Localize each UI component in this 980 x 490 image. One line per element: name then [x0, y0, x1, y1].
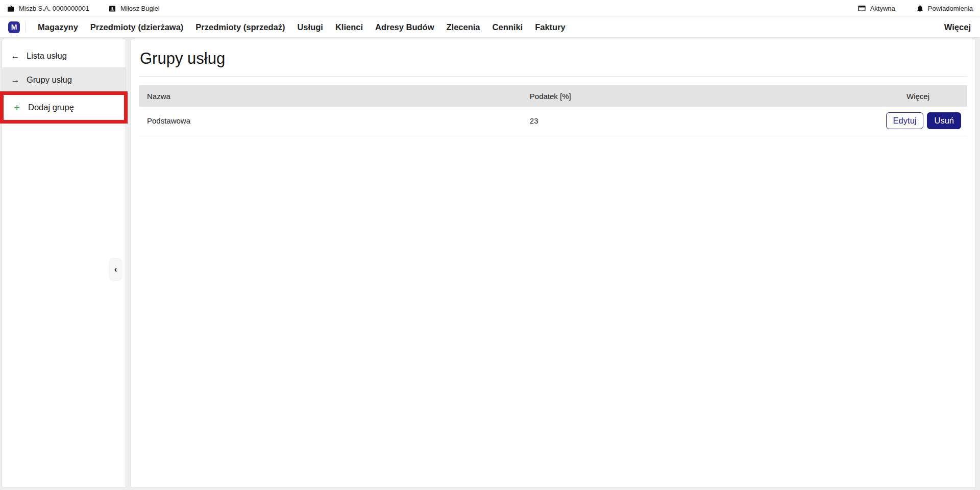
edit-button[interactable]: Edytuj	[886, 112, 924, 129]
notifications-menu[interactable]: Powiadomienia	[917, 5, 973, 12]
topbar-left-group: Miszb S.A. 0000000001 Miłosz Bugiel	[7, 5, 179, 12]
table-header-row: Nazwa Podatek [%] Więcej	[139, 85, 967, 107]
nav-item-zlecenia[interactable]: Zlecenia	[440, 22, 486, 32]
sidebar-collapse-button[interactable]: ‹	[109, 258, 122, 281]
column-header-wiecej: Więcej	[880, 92, 967, 101]
nav-item-cenniki[interactable]: Cenniki	[486, 22, 529, 32]
cell-actions: Edytuj Usuń	[880, 112, 967, 129]
account-badge-icon	[109, 5, 116, 12]
cell-tax-value: 23	[522, 116, 880, 125]
nav-item-faktury[interactable]: Faktury	[529, 22, 572, 32]
red-highlight-annotation: + Dodaj grupę	[0, 91, 128, 124]
top-status-bar: Miszb S.A. 0000000001 Miłosz Bugiel Akty…	[0, 0, 980, 17]
page-title: Grupy usług	[139, 39, 967, 76]
delete-button[interactable]: Usuń	[927, 112, 961, 129]
nav-item-uslugi[interactable]: Usługi	[291, 22, 329, 32]
nav-item-wiecej[interactable]: Więcej	[943, 22, 972, 32]
company-name: Miszb S.A. 0000000001	[19, 5, 89, 12]
nav-divider	[26, 22, 26, 32]
sidebar-current-label: Grupy usług	[27, 75, 72, 85]
nav-item-przedmioty-sprzedaz[interactable]: Przedmioty (sprzedaż)	[189, 22, 291, 32]
subscription-card-icon	[858, 5, 866, 12]
company-switcher[interactable]: Miszb S.A. 0000000001	[7, 5, 89, 12]
user-menu[interactable]: Miłosz Bugiel	[109, 5, 160, 12]
arrow-right-icon: →	[11, 76, 20, 84]
sidebar-item-dodaj-grupe[interactable]: + Dodaj grupę	[4, 95, 124, 120]
nav-item-przedmioty-dzierzawa[interactable]: Przedmioty (dzierżawa)	[84, 22, 189, 32]
subscription-label: Aktywna	[870, 5, 895, 12]
service-groups-table: Nazwa Podatek [%] Więcej Podstawowa 23 E…	[139, 85, 967, 135]
bell-icon	[917, 5, 923, 12]
table-row: Podstawowa 23 Edytuj Usuń	[139, 107, 967, 135]
plus-icon: +	[12, 103, 21, 113]
app-logo[interactable]: M	[8, 21, 20, 33]
chevron-left-icon: ‹	[114, 264, 117, 275]
user-name: Miłosz Bugiel	[120, 5, 160, 12]
subscription-status[interactable]: Aktywna	[858, 5, 895, 12]
title-divider	[139, 76, 967, 77]
cell-group-name: Podstawowa	[139, 116, 522, 125]
main-content: Grupy usług Nazwa Podatek [%] Więcej Pod…	[130, 39, 976, 488]
topbar-right-group: Aktywna Powiadomienia	[837, 5, 973, 12]
nav-item-magazyny[interactable]: Magazyny	[32, 22, 84, 32]
main-navbar: M Magazyny Przedmioty (dzierżawa) Przedm…	[0, 17, 980, 37]
column-header-nazwa: Nazwa	[139, 92, 522, 101]
arrow-left-icon: ←	[11, 52, 20, 60]
nav-item-adresy-budow[interactable]: Adresy Budów	[369, 22, 440, 32]
notifications-label: Powiadomienia	[928, 5, 973, 12]
sidebar-add-label: Dodaj grupę	[28, 103, 74, 112]
sidebar-item-lista-uslug[interactable]: ← Lista usług	[2, 44, 126, 68]
briefcase-icon	[7, 5, 14, 12]
sidebar-item-grupy-uslug[interactable]: → Grupy usług	[2, 68, 126, 91]
nav-item-klienci[interactable]: Klienci	[329, 22, 369, 32]
column-header-podatek: Podatek [%]	[522, 92, 880, 101]
sidebar: ← Lista usług → Grupy usług + Dodaj grup…	[2, 39, 126, 488]
sidebar-back-label: Lista usług	[27, 51, 67, 61]
